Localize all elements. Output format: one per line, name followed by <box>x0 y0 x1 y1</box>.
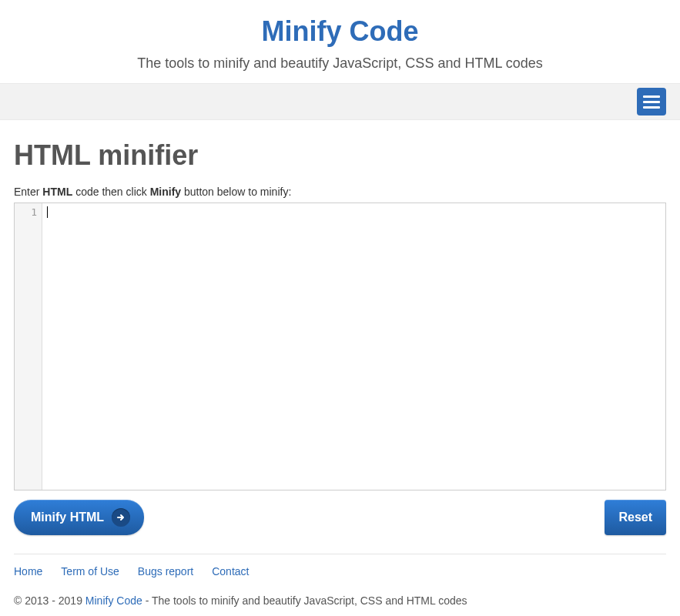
footer-link-contact[interactable]: Contact <box>212 565 249 578</box>
hamburger-icon <box>643 106 660 109</box>
footer-link-bugs[interactable]: Bugs report <box>138 565 193 578</box>
page-title: HTML minifier <box>14 139 666 172</box>
menu-toggle-button[interactable] <box>637 88 666 116</box>
reset-button[interactable]: Reset <box>605 500 666 535</box>
hamburger-icon <box>643 101 660 103</box>
hamburger-icon <box>643 95 660 98</box>
footer: Home Term of Use Bugs report Contact © 2… <box>14 554 666 616</box>
footer-links: Home Term of Use Bugs report Contact <box>14 565 666 578</box>
navbar <box>0 83 680 120</box>
footer-link-home[interactable]: Home <box>14 565 42 578</box>
instruction-text: Enter HTML code then click Minify button… <box>14 186 666 198</box>
text-cursor <box>47 206 48 218</box>
minify-button-label: Minify HTML <box>31 511 104 524</box>
main-content: HTML minifier Enter HTML code then click… <box>0 120 680 554</box>
button-row: Minify HTML Reset <box>14 500 666 554</box>
copyright-text: © 2013 - 2019 Minify Code - The tools to… <box>14 594 666 607</box>
code-textarea[interactable] <box>42 203 665 490</box>
site-subtitle: The tools to minify and beautify JavaScr… <box>0 55 680 72</box>
footer-link-terms[interactable]: Term of Use <box>61 565 119 578</box>
header: Minify Code The tools to minify and beau… <box>0 0 680 83</box>
code-editor[interactable]: 1 <box>14 203 666 490</box>
arrow-right-icon <box>112 508 130 527</box>
editor-gutter: 1 <box>15 203 42 490</box>
line-number: 1 <box>15 206 37 218</box>
minify-button[interactable]: Minify HTML <box>14 500 144 535</box>
site-title: Minify Code <box>0 15 680 48</box>
copyright-link[interactable]: Minify Code <box>85 594 142 607</box>
